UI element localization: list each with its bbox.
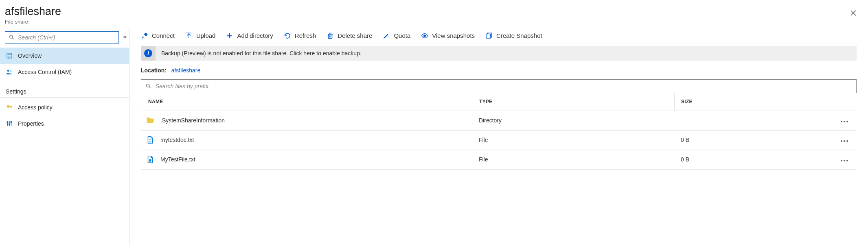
sidebar-item-properties[interactable]: Properties — [0, 115, 129, 132]
sliders-icon — [6, 120, 13, 127]
svg-point-36 — [841, 140, 842, 142]
eye-icon — [421, 32, 428, 39]
file-type: File — [475, 156, 674, 163]
table-row[interactable]: MyTestFile.txt File 0 B — [141, 150, 857, 170]
svg-rect-12 — [11, 107, 12, 108]
tool-label: Quota — [394, 32, 410, 39]
add-directory-button[interactable]: Add directory — [226, 32, 273, 39]
info-icon-wrap: i — [141, 46, 156, 61]
delete-share-button[interactable]: Delete share — [327, 32, 372, 39]
search-icon — [9, 34, 15, 40]
row-actions-button[interactable] — [838, 115, 851, 126]
file-search-input[interactable] — [156, 83, 852, 89]
sidebar: Overview Access Control (IAM) Settings A… — [0, 28, 129, 246]
page-subtitle: File share — [5, 19, 61, 25]
file-table: NAME TYPE SIZE .SystemShareInformation D… — [141, 93, 857, 170]
svg-rect-27 — [486, 34, 491, 38]
svg-point-32 — [846, 121, 848, 122]
backup-info-banner[interactable]: i Backup (Preview) is not enabled for th… — [141, 46, 857, 61]
more-icon — [840, 159, 848, 162]
more-icon — [840, 120, 848, 123]
close-button[interactable] — [846, 6, 861, 20]
file-size: 0 B — [674, 156, 796, 163]
connect-button[interactable]: Connect — [141, 32, 175, 39]
chevron-double-left-icon — [122, 34, 128, 40]
page-title: afsfileshare — [5, 6, 61, 18]
file-name: .SystemShareInformation — [160, 117, 225, 124]
sidebar-search-input[interactable] — [18, 34, 115, 41]
svg-point-31 — [844, 121, 845, 122]
svg-point-43 — [844, 160, 845, 161]
row-actions-button[interactable] — [838, 134, 851, 146]
svg-line-3 — [12, 38, 13, 39]
quota-button[interactable]: Quota — [383, 32, 410, 39]
svg-line-29 — [149, 87, 150, 88]
plus-icon — [226, 32, 233, 39]
row-actions-button[interactable] — [838, 154, 851, 165]
pencil-icon — [383, 32, 390, 39]
svg-point-17 — [9, 124, 10, 125]
folder-icon — [146, 116, 155, 125]
people-icon — [6, 68, 13, 76]
svg-rect-19 — [142, 36, 144, 38]
svg-point-30 — [841, 121, 842, 122]
svg-point-37 — [844, 140, 845, 142]
tool-label: View snapshots — [432, 32, 475, 39]
svg-point-38 — [846, 140, 848, 142]
create-snapshot-button[interactable]: Create Snapshot — [485, 32, 542, 39]
view-snapshots-button[interactable]: View snapshots — [421, 32, 475, 39]
tool-label: Connect — [152, 32, 175, 39]
sidebar-item-label: Overview — [18, 52, 42, 59]
file-search[interactable] — [141, 79, 857, 93]
refresh-button[interactable]: Refresh — [284, 32, 316, 39]
tool-label: Upload — [196, 32, 216, 39]
location-label: Location: — [141, 67, 167, 74]
svg-point-8 — [7, 70, 9, 72]
column-header-type[interactable]: TYPE — [475, 93, 674, 111]
svg-point-16 — [7, 122, 8, 123]
file-name: mytestdoc.txt — [160, 137, 194, 143]
overview-icon — [6, 52, 13, 59]
file-icon — [146, 155, 155, 164]
file-type: Directory — [475, 117, 674, 124]
svg-point-18 — [11, 121, 12, 122]
table-row[interactable]: .SystemShareInformation Directory — [141, 111, 857, 131]
svg-point-2 — [10, 35, 13, 39]
column-header-name[interactable]: NAME — [141, 99, 475, 104]
svg-point-28 — [147, 84, 150, 87]
table-header: NAME TYPE SIZE — [141, 93, 857, 111]
column-header-size[interactable]: SIZE — [674, 93, 796, 111]
command-bar: Connect Upload Add directory Refresh — [129, 28, 868, 44]
key-icon — [6, 104, 13, 111]
plug-icon — [141, 32, 148, 39]
tool-label: Add directory — [237, 32, 273, 39]
more-icon — [840, 140, 848, 142]
table-row[interactable]: mytestdoc.txt File 0 B — [141, 131, 857, 150]
svg-point-26 — [424, 35, 426, 37]
file-name: MyTestFile.txt — [160, 156, 195, 163]
upload-icon — [185, 32, 193, 39]
sidebar-item-label: Access Control (IAM) — [18, 69, 72, 75]
sidebar-item-access-policy[interactable]: Access policy — [0, 99, 129, 115]
main-content: Connect Upload Add directory Refresh — [129, 28, 868, 246]
trash-icon — [327, 32, 334, 39]
upload-button[interactable]: Upload — [185, 32, 216, 39]
file-type: File — [475, 137, 674, 143]
blade-header: afsfileshare File share — [0, 0, 868, 28]
svg-point-9 — [10, 70, 12, 72]
sidebar-item-overview[interactable]: Overview — [0, 48, 129, 64]
svg-point-42 — [841, 160, 842, 161]
banner-text: Backup (Preview) is not enabled for this… — [156, 50, 362, 57]
collapse-sidebar-button[interactable] — [120, 32, 130, 42]
file-size: 0 B — [674, 137, 796, 143]
search-icon — [145, 83, 151, 89]
sidebar-section-settings: Settings — [0, 80, 129, 98]
sidebar-item-iam[interactable]: Access Control (IAM) — [0, 64, 129, 80]
sidebar-search[interactable] — [5, 31, 119, 44]
location-link[interactable]: afsfileshare — [171, 67, 201, 74]
location-row: Location: afsfileshare — [129, 65, 868, 79]
tool-label: Refresh — [295, 32, 316, 39]
refresh-icon — [284, 32, 291, 39]
file-icon — [146, 135, 155, 144]
sidebar-item-label: Access policy — [18, 104, 53, 111]
